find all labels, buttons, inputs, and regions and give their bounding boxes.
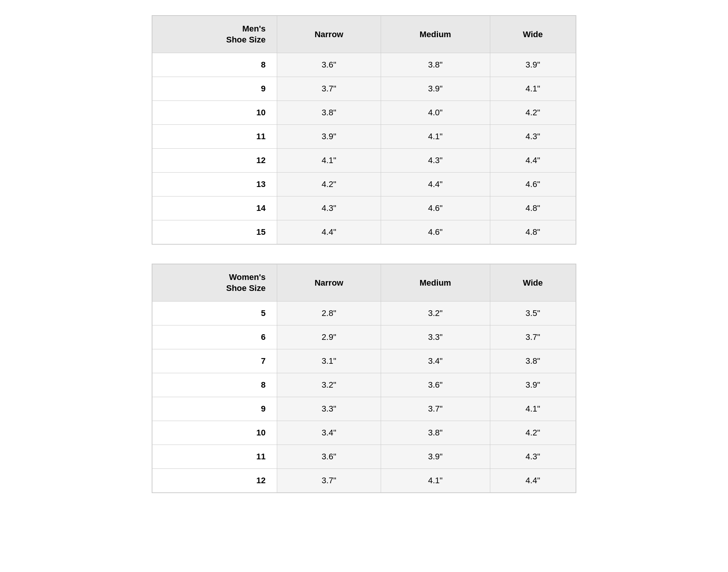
- womens-wide-cell: 4.1": [490, 397, 576, 421]
- womens-medium-header: Medium: [381, 264, 490, 302]
- table-row: 11 3.9" 4.1" 4.3": [152, 125, 576, 149]
- womens-shoe-size-table: Women'sShoe Size Narrow Medium Wide 5 2.…: [152, 264, 576, 493]
- table-row: 9 3.3" 3.7" 4.1": [152, 397, 576, 421]
- mens-medium-cell: 4.1": [381, 125, 490, 149]
- mens-medium-cell: 4.6": [381, 220, 490, 244]
- table-row: 12 3.7" 4.1" 4.4": [152, 469, 576, 493]
- table-row: 5 2.8" 3.2" 3.5": [152, 302, 576, 325]
- mens-wide-cell: 4.6": [490, 173, 576, 196]
- mens-narrow-cell: 3.9": [277, 125, 381, 149]
- womens-narrow-cell: 3.7": [277, 469, 381, 493]
- table-row: 8 3.2" 3.6" 3.9": [152, 373, 576, 397]
- mens-wide-header: Wide: [490, 16, 576, 53]
- womens-narrow-cell: 2.8": [277, 302, 381, 325]
- womens-narrow-cell: 3.1": [277, 349, 381, 373]
- table-row: 9 3.7" 3.9" 4.1": [152, 77, 576, 101]
- womens-narrow-header: Narrow: [277, 264, 381, 302]
- mens-medium-cell: 4.0": [381, 101, 490, 125]
- womens-size-cell: 9: [152, 397, 277, 421]
- womens-narrow-cell: 3.3": [277, 397, 381, 421]
- table-row: 10 3.4" 3.8" 4.2": [152, 421, 576, 445]
- mens-size-cell: 15: [152, 220, 277, 244]
- mens-size-cell: 9: [152, 77, 277, 101]
- mens-wide-cell: 4.2": [490, 101, 576, 125]
- mens-size-cell: 14: [152, 196, 277, 220]
- mens-size-cell: 10: [152, 101, 277, 125]
- mens-wide-cell: 4.1": [490, 77, 576, 101]
- womens-size-cell: 11: [152, 445, 277, 469]
- mens-medium-cell: 4.4": [381, 173, 490, 196]
- womens-medium-cell: 3.4": [381, 349, 490, 373]
- womens-size-cell: 7: [152, 349, 277, 373]
- womens-wide-cell: 3.8": [490, 349, 576, 373]
- table-row: 15 4.4" 4.6" 4.8": [152, 220, 576, 244]
- table-row: 11 3.6" 3.9" 4.3": [152, 445, 576, 469]
- mens-narrow-cell: 4.4": [277, 220, 381, 244]
- womens-medium-cell: 3.6": [381, 373, 490, 397]
- mens-medium-cell: 3.8": [381, 53, 490, 77]
- mens-medium-header: Medium: [381, 16, 490, 53]
- womens-medium-cell: 3.7": [381, 397, 490, 421]
- mens-narrow-cell: 4.2": [277, 173, 381, 196]
- mens-wide-cell: 3.9": [490, 53, 576, 77]
- womens-wide-cell: 4.3": [490, 445, 576, 469]
- mens-narrow-cell: 4.1": [277, 149, 381, 173]
- table-row: 10 3.8" 4.0" 4.2": [152, 101, 576, 125]
- mens-medium-cell: 3.9": [381, 77, 490, 101]
- mens-shoe-size-table: Men'sShoe Size Narrow Medium Wide 8 3.6"…: [152, 15, 576, 245]
- womens-wide-cell: 4.4": [490, 469, 576, 493]
- table-row: 8 3.6" 3.8" 3.9": [152, 53, 576, 77]
- mens-medium-cell: 4.6": [381, 196, 490, 220]
- table-row: 14 4.3" 4.6" 4.8": [152, 196, 576, 220]
- mens-size-cell: 12: [152, 149, 277, 173]
- womens-wide-header: Wide: [490, 264, 576, 302]
- mens-narrow-cell: 3.7": [277, 77, 381, 101]
- mens-narrow-header: Narrow: [277, 16, 381, 53]
- womens-medium-cell: 3.9": [381, 445, 490, 469]
- mens-wide-cell: 4.8": [490, 220, 576, 244]
- mens-size-cell: 8: [152, 53, 277, 77]
- mens-narrow-cell: 3.8": [277, 101, 381, 125]
- mens-wide-cell: 4.4": [490, 149, 576, 173]
- womens-wide-cell: 3.9": [490, 373, 576, 397]
- table-row: 13 4.2" 4.4" 4.6": [152, 173, 576, 196]
- womens-medium-cell: 3.2": [381, 302, 490, 325]
- womens-narrow-cell: 3.4": [277, 421, 381, 445]
- mens-size-cell: 11: [152, 125, 277, 149]
- table-row: 7 3.1" 3.4" 3.8": [152, 349, 576, 373]
- womens-medium-cell: 4.1": [381, 469, 490, 493]
- womens-narrow-cell: 2.9": [277, 325, 381, 349]
- table-row: 6 2.9" 3.3" 3.7": [152, 325, 576, 349]
- mens-medium-cell: 4.3": [381, 149, 490, 173]
- womens-size-cell: 12: [152, 469, 277, 493]
- mens-wide-cell: 4.3": [490, 125, 576, 149]
- table-row: 12 4.1" 4.3" 4.4": [152, 149, 576, 173]
- womens-size-header: Women'sShoe Size: [152, 264, 277, 302]
- womens-wide-cell: 4.2": [490, 421, 576, 445]
- mens-size-cell: 13: [152, 173, 277, 196]
- womens-size-cell: 10: [152, 421, 277, 445]
- womens-narrow-cell: 3.6": [277, 445, 381, 469]
- womens-size-cell: 8: [152, 373, 277, 397]
- mens-narrow-cell: 4.3": [277, 196, 381, 220]
- womens-size-cell: 5: [152, 302, 277, 325]
- mens-narrow-cell: 3.6": [277, 53, 381, 77]
- womens-wide-cell: 3.5": [490, 302, 576, 325]
- womens-wide-cell: 3.7": [490, 325, 576, 349]
- mens-wide-cell: 4.8": [490, 196, 576, 220]
- womens-medium-cell: 3.8": [381, 421, 490, 445]
- womens-medium-cell: 3.3": [381, 325, 490, 349]
- womens-narrow-cell: 3.2": [277, 373, 381, 397]
- womens-size-cell: 6: [152, 325, 277, 349]
- mens-size-header: Men'sShoe Size: [152, 16, 277, 53]
